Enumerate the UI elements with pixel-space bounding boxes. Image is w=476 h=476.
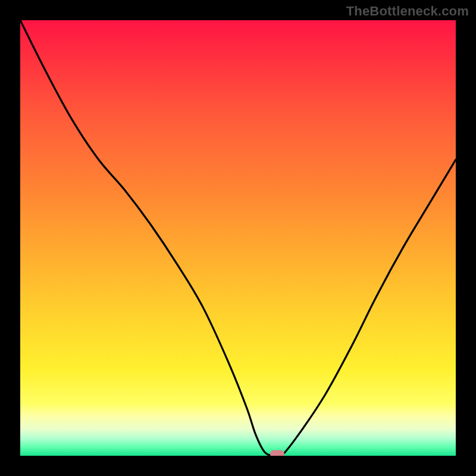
plot-area	[20, 20, 456, 456]
optimum-marker	[270, 450, 284, 456]
watermark-text: TheBottleneck.com	[346, 4, 469, 19]
bottleneck-curve	[20, 20, 456, 456]
chart-frame: TheBottleneck.com	[0, 0, 476, 476]
